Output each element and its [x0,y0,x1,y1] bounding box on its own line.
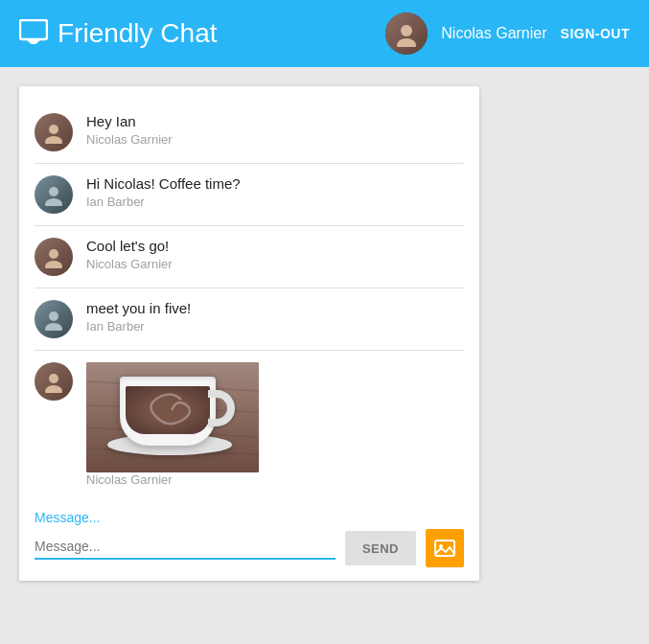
message-body: Cool let's go! Nicolas Garnier [86,238,464,271]
avatar [35,175,73,214]
message-body: Hi Nicolas! Coffee time? Ian Barber [86,175,464,209]
image-upload-button[interactable] [426,529,464,567]
avatar-image [385,12,428,55]
header-username: Nicolas Garnier [441,25,546,42]
app-title: Friendly Chat [58,18,385,49]
message-text: meet you in five! [86,300,464,316]
avatar [35,238,73,276]
svg-point-11 [49,374,58,383]
svg-point-10 [45,323,62,331]
svg-point-4 [45,136,62,144]
main-content: Hey Ian Nicolas Garnier Hi Nicolas! Coff… [0,67,649,600]
svg-point-9 [49,311,58,321]
message-item: Cool let's go! Nicolas Garnier [35,226,464,288]
message-input[interactable] [35,537,336,560]
message-item: meet you in five! Ian Barber [35,288,464,351]
message-image [86,362,259,472]
message-body: Hey Ian Nicolas Garnier [86,113,464,147]
message-text: Cool let's go! [86,238,464,254]
header-user-area: Nicolas Garnier SIGN-OUT [385,12,630,55]
send-button[interactable]: SEND [345,531,416,565]
avatar [35,113,73,151]
svg-point-6 [45,198,62,206]
message-body: meet you in five! Ian Barber [86,300,464,334]
message-input-wrapper: SEND [35,529,464,567]
svg-point-7 [49,249,58,259]
message-input-label[interactable]: Message... [35,510,464,525]
svg-rect-0 [20,20,47,39]
svg-point-3 [49,125,58,134]
message-sender: Ian Barber [86,195,464,209]
message-item: Nicolas Garnier [35,351,464,498]
message-item: Hi Nicolas! Coffee time? Ian Barber [35,164,464,226]
app-header: Friendly Chat Nicolas Garnier SIGN-OUT [0,0,649,67]
chat-icon [19,19,48,49]
svg-point-5 [49,187,58,196]
avatar [35,300,73,338]
chat-card: Hey Ian Nicolas Garnier Hi Nicolas! Coff… [19,86,479,581]
input-area: Message... SEND [19,498,479,581]
message-body: Nicolas Garnier [86,362,464,487]
signout-button[interactable]: SIGN-OUT [561,26,630,41]
message-text: Hey Ian [86,113,464,129]
message-sender: Nicolas Garnier [86,257,464,271]
svg-point-12 [45,385,62,393]
message-sender: Ian Barber [86,319,464,334]
svg-rect-17 [435,540,454,556]
svg-point-8 [45,261,62,268]
svg-point-1 [401,25,412,36]
avatar [35,362,73,401]
message-sender: Nicolas Garnier [86,132,464,147]
message-item: Hey Ian Nicolas Garnier [35,102,464,164]
messages-list: Hey Ian Nicolas Garnier Hi Nicolas! Coff… [19,102,479,498]
user-avatar [385,12,428,55]
message-sender: Nicolas Garnier [86,472,464,487]
message-text: Hi Nicolas! Coffee time? [86,175,464,192]
svg-point-2 [397,38,416,47]
